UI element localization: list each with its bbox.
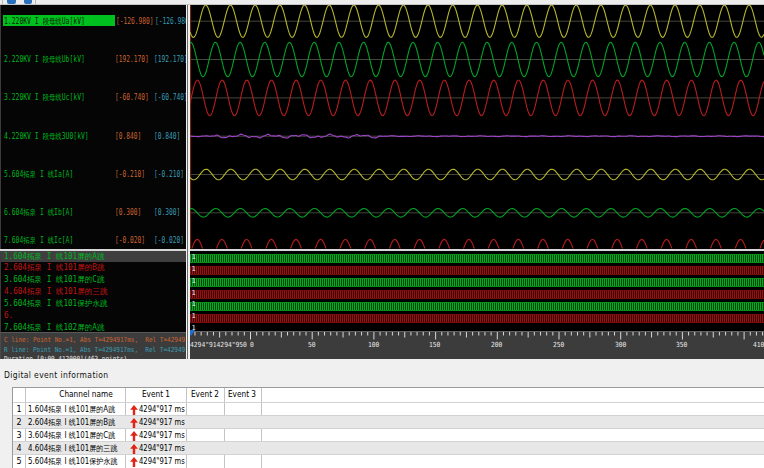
r-line-status: R line: Point No.=1, Abs T=4294917ms, Re… [4, 346, 186, 355]
digital-state-value: 1 [192, 265, 200, 274]
r-cursor-value: [-0.210] [154, 169, 184, 180]
digital-state-value: 1 [192, 289, 200, 298]
r-cursor-value: [-60.740] [154, 92, 186, 103]
analog-channel-row[interactable]: 7.604拓泉 I 线Ic[A][-0.020][-0.020] [1, 235, 186, 246]
cursor-status-panel: C line: Point No.=1, Abs T=4294917ms, Re… [0, 332, 186, 362]
digital-state-value: 1 [192, 253, 200, 262]
analog-channel-label: 5.604拓泉 I 线Ia[A] [4, 169, 73, 180]
rising-edge-arrow-icon [130, 418, 138, 428]
r-cursor-value: [0.300] [154, 207, 180, 218]
fault-recorder-window: 1.220KV I 段母线Ua[kV][-126.980][-126.980]2… [0, 0, 764, 468]
c-cursor-value: [0.840] [115, 131, 141, 142]
rising-edge-arrow-icon [130, 431, 138, 441]
digital-state-value: 1 [192, 277, 200, 286]
toolbar-separator [2, 0, 3, 4]
analog-channel-row[interactable]: 2.220KV I 段母线Ub[kV][192.170][192.170] [1, 54, 186, 65]
digital-channel-label: 5.604拓泉 I 线101保护永跳 [4, 298, 108, 309]
ruler-label: 250 [553, 341, 564, 350]
digital-state-value: 1 [192, 300, 200, 309]
rising-edge-arrow-icon [130, 444, 138, 454]
digital-channel-row[interactable]: 6. [1, 310, 186, 321]
time-ruler[interactable]: 4294"914294"950050100150200250300350410 [190, 331, 764, 359]
ruler-label: 410 [753, 341, 764, 350]
digital-channel-row[interactable]: 2.604拓泉 I 线101屏的B跳 [1, 262, 186, 273]
r-cursor-value: [-126.980] [155, 16, 187, 27]
panel-splitter[interactable] [186, 5, 190, 362]
ruler-label: 200 [491, 341, 502, 350]
digital-event-table[interactable]: Channel nameEvent 1Event 2Event 311.604拓… [12, 387, 764, 468]
analog-channel-row[interactable]: 4.220KV I 段母线3U0[kV][0.840][0.840] [1, 131, 186, 142]
event-channel-name: 5.604拓泉 I 线101保护永跳 [28, 455, 117, 468]
digital-channel-row[interactable]: 4.604拓泉 I 线101屏的三跳 [1, 286, 186, 297]
digital-trace-bar [190, 266, 764, 275]
c-cursor-value: [-0.020] [115, 235, 145, 246]
analog-channel-label: 4.220KV I 段母线3U0[kV] [4, 131, 89, 142]
ruler-label: 0 [250, 341, 254, 350]
ruler-label: 100 [368, 341, 379, 350]
digital-channel-row[interactable]: 5.604拓泉 I 线101保护永跳 [1, 298, 186, 309]
digital-channel-row[interactable]: 1.604拓泉 I 线101屏的A跳 [1, 251, 186, 262]
toolbar-separator [35, 0, 36, 4]
analog-channel-label: 2.220KV I 段母线Ub[kV] [4, 54, 85, 65]
analog-channel-label: 3.220KV I 段母线Uc[kV] [4, 92, 85, 103]
toolbar-icon-1[interactable] [7, 0, 16, 4]
ruler-label: 350 [676, 341, 687, 350]
digital-trace-bar [190, 278, 764, 287]
digital-channel-label: 4.604拓泉 I 线101屏的三跳 [4, 286, 108, 297]
digital-trace-bar [190, 302, 764, 311]
digital-trace-bar [190, 254, 764, 263]
analog-channel-row[interactable]: 1.220KV I 段母线Ua[kV][-126.980][-126.980] [1, 16, 186, 27]
analog-digital-divider [0, 249, 764, 251]
r-cursor-value: [0.840] [154, 131, 180, 142]
rising-edge-arrow-icon [130, 457, 138, 467]
analog-channel-label: 1.220KV I 段母线Ua[kV] [4, 16, 85, 27]
analog-channel-label: 6.604拓泉 I 线Ib[A] [4, 207, 73, 218]
digital-trace-bar [190, 290, 764, 299]
toolbar-icon-2[interactable] [24, 0, 32, 4]
ruler-label: 150 [429, 341, 440, 350]
c-line-status: C line: Point No.=1, Abs T=4294917ms, Re… [4, 336, 186, 345]
digital-channel-label: 2.604拓泉 I 线101屏的B跳 [4, 262, 105, 273]
channel-list-panel: 1.220KV I 段母线Ua[kV][-126.980][-126.980]2… [0, 5, 186, 332]
ruler-label: 300 [615, 341, 626, 350]
analog-channel-row[interactable]: 5.604拓泉 I 线Ia[A][-0.210][-0.210] [1, 169, 186, 180]
event-table-row[interactable]: 55.604拓泉 I 线101保护永跳 4294"917 ms [13, 455, 764, 468]
digital-event-section: Digital event information Channel nameEv… [0, 359, 764, 468]
digital-channel-label: 7.604拓泉 I 线102屏的A跳 [4, 322, 105, 332]
c-cursor-value: [-0.210] [115, 169, 145, 180]
ruler-label: 4294"914294"950 [190, 341, 247, 350]
c-cursor-value: [192.170] [115, 54, 149, 65]
digital-channel-label: 3.604拓泉 I 线101屏的C跳 [4, 274, 105, 285]
digital-trace-bar [190, 314, 764, 323]
row-number: 5 [13, 455, 25, 468]
r-cursor-value: [-0.020] [154, 235, 184, 246]
table-header-cell[interactable]: Event 3 [205, 388, 279, 402]
digital-channel-label: 1.604拓泉 I 线101屏的A跳 [4, 251, 105, 262]
digital-channel-row[interactable]: 3.604拓泉 I 线101屏的C跳 [1, 274, 186, 285]
r-cursor-value: [192.170] [154, 54, 186, 65]
digital-channel-label: 6. [4, 310, 13, 321]
analog-channel-row[interactable]: 3.220KV I 段母线Uc[kV][-60.740][-60.740] [1, 92, 186, 103]
section-title: Digital event information [4, 371, 109, 380]
ruler-label: 50 [308, 341, 316, 350]
analog-trace [190, 134, 764, 138]
table-header-cell[interactable]: Channel name [49, 388, 123, 402]
c-cursor-value: [-60.740] [115, 92, 149, 103]
digital-state-value: 1 [192, 312, 200, 321]
rising-edge-arrow-icon [130, 405, 138, 415]
analog-channel-label: 7.604拓泉 I 线Ic[A] [4, 235, 73, 246]
event1-time: 4294"917 ms [139, 455, 185, 468]
analog-channel-row[interactable]: 6.604拓泉 I 线Ib[A][0.300][0.300] [1, 207, 186, 218]
digital-channel-row[interactable]: 7.604拓泉 I 线102屏的A跳 [1, 322, 186, 332]
c-cursor-value: [0.300] [115, 207, 141, 218]
c-cursor-value: [-126.980] [116, 16, 154, 27]
